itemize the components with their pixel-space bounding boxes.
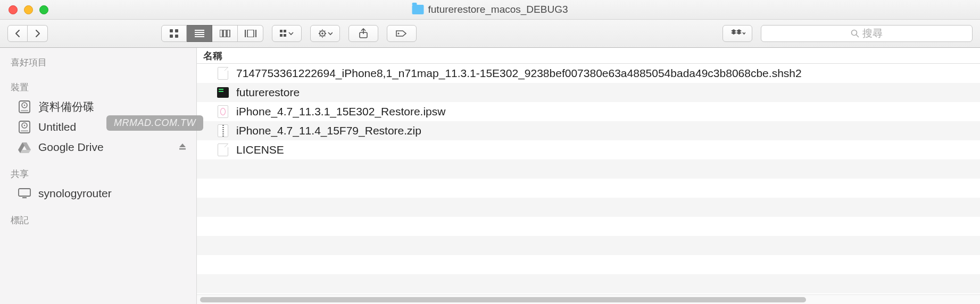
monitor-icon <box>17 186 32 201</box>
sidebar-item-label: Untitled <box>38 121 76 133</box>
file-name: 7147753361222694_iPhone8,1_n71map_11.3.1… <box>236 67 802 80</box>
hdd-icon <box>17 120 32 134</box>
svg-rect-1 <box>175 29 178 32</box>
share-segment <box>348 25 378 42</box>
sidebar-section-tags: 標記 <box>0 211 196 230</box>
sidebar-item-label: synologyrouter <box>38 187 112 200</box>
svg-point-26 <box>24 105 25 106</box>
zip-icon <box>217 124 229 138</box>
sidebar-section-favorites: 喜好項目 <box>0 53 196 72</box>
svg-rect-8 <box>220 30 222 37</box>
empty-row <box>197 274 980 293</box>
svg-rect-27 <box>21 110 28 112</box>
sidebar-item-device[interactable]: Untitled <box>0 117 196 137</box>
search-icon <box>851 29 859 38</box>
svg-line-23 <box>857 35 859 38</box>
column-view-button[interactable] <box>212 25 238 42</box>
sidebar-section-devices: 裝置 <box>0 78 196 97</box>
nav-buttons <box>7 25 48 42</box>
svg-rect-15 <box>284 30 286 32</box>
file-row[interactable]: iPhone_4.7_11.4_15F79_Restore.zip <box>197 121 980 140</box>
edit-tags-button[interactable] <box>387 25 417 42</box>
svg-rect-5 <box>195 32 204 33</box>
file-name: iPhone_4.7_11.4_15F79_Restore.zip <box>236 124 421 137</box>
file-row[interactable]: 7147753361222694_iPhone8,1_n71map_11.3.1… <box>197 64 980 83</box>
svg-rect-33 <box>19 189 30 196</box>
svg-rect-32 <box>179 148 186 150</box>
dropbox-segment <box>722 25 752 42</box>
view-mode-buttons <box>161 25 263 42</box>
window-title-text: futurerestore_macos_DEBUG3 <box>428 4 568 15</box>
file-row[interactable]: futurerestore <box>197 83 980 102</box>
zoom-window-button[interactable] <box>39 5 48 14</box>
close-window-button[interactable] <box>9 5 18 14</box>
file-name: futurerestore <box>236 86 300 99</box>
file-name: LICENSE <box>236 143 284 156</box>
svg-point-19 <box>321 32 323 35</box>
file-row[interactable]: LICENSE <box>197 140 980 159</box>
hdd-icon <box>17 99 32 114</box>
gallery-view-button[interactable] <box>238 25 263 42</box>
dropbox-button[interactable] <box>722 25 752 42</box>
list-view-button[interactable] <box>187 25 212 42</box>
share-button[interactable] <box>348 25 378 42</box>
svg-rect-16 <box>280 34 283 37</box>
svg-rect-0 <box>170 29 173 32</box>
traffic-lights <box>0 5 48 14</box>
svg-point-30 <box>24 125 25 126</box>
sidebar-item-device[interactable]: Google Drive <box>0 137 196 157</box>
empty-row <box>197 198 980 217</box>
empty-row <box>197 217 980 236</box>
svg-rect-6 <box>195 34 204 35</box>
file-row[interactable]: iPhone_4.7_11.3.1_15E302_Restore.ipsw <box>197 102 980 121</box>
sidebar: 喜好項目 裝置 資料備份碟 Untitled Google Drive 共享 <box>0 48 197 304</box>
arrange-button[interactable] <box>272 25 302 42</box>
file-rows: 7147753361222694_iPhone8,1_n71map_11.3.1… <box>197 64 980 294</box>
svg-rect-4 <box>195 30 204 31</box>
minimize-window-button[interactable] <box>24 5 33 14</box>
horizontal-scrollbar[interactable] <box>197 294 980 304</box>
tags-segment <box>387 25 417 42</box>
svg-point-22 <box>852 30 857 36</box>
search-placeholder: 搜尋 <box>862 27 883 40</box>
sidebar-item-device[interactable]: 資料備份碟 <box>0 97 196 117</box>
svg-rect-2 <box>170 35 173 38</box>
window-title: futurerestore_macos_DEBUG3 <box>412 4 568 15</box>
svg-rect-12 <box>247 30 254 37</box>
empty-row <box>197 255 980 274</box>
executable-icon <box>217 86 229 99</box>
sidebar-item-shared[interactable]: synologyrouter <box>0 183 196 204</box>
action-button[interactable] <box>310 25 340 42</box>
action-segment <box>310 25 340 42</box>
svg-rect-7 <box>195 36 204 37</box>
back-button[interactable] <box>7 25 28 42</box>
column-header-name[interactable]: 名稱 <box>197 48 980 64</box>
file-name: iPhone_4.7_11.3.1_15E302_Restore.ipsw <box>236 105 445 118</box>
gdrive-icon <box>17 140 32 155</box>
folder-icon <box>412 5 424 14</box>
eject-icon[interactable] <box>178 141 187 154</box>
svg-rect-10 <box>227 30 230 37</box>
document-icon <box>217 143 229 157</box>
sidebar-section-shared: 共享 <box>0 165 196 183</box>
arrange-segment <box>272 25 302 42</box>
sidebar-item-label: Google Drive <box>38 141 104 154</box>
empty-row <box>197 159 980 179</box>
empty-row <box>197 236 980 255</box>
svg-rect-14 <box>280 30 283 32</box>
empty-row <box>197 179 980 198</box>
icon-view-button[interactable] <box>161 25 187 42</box>
svg-rect-3 <box>175 35 178 38</box>
svg-point-21 <box>398 33 400 35</box>
file-list-pane: 名稱 7147753361222694_iPhone8,1_n71map_11.… <box>197 48 980 304</box>
svg-rect-13 <box>255 30 256 37</box>
svg-rect-31 <box>21 130 28 132</box>
window-titlebar: futurerestore_macos_DEBUG3 <box>0 0 980 20</box>
forward-button[interactable] <box>28 25 48 42</box>
search-field[interactable]: 搜尋 <box>761 25 973 42</box>
toolbar: 搜尋 <box>0 20 980 48</box>
document-icon <box>217 66 229 80</box>
svg-rect-34 <box>22 197 27 198</box>
ipsw-icon <box>217 105 229 119</box>
scrollbar-thumb[interactable] <box>200 297 806 302</box>
